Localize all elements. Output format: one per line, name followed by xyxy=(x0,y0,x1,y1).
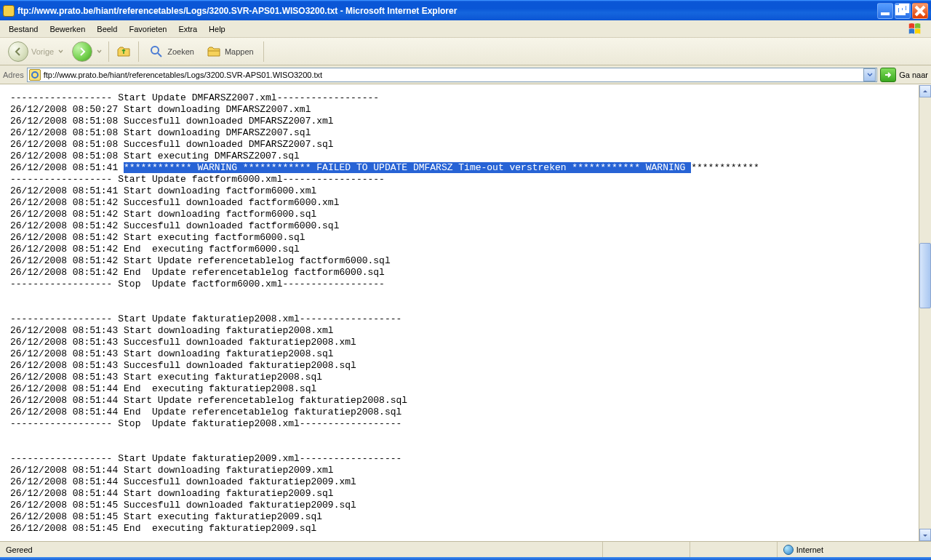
separator xyxy=(263,41,264,62)
folders-button[interactable]: Mappen xyxy=(201,41,259,62)
windows-logo-icon xyxy=(902,21,928,37)
svg-line-6 xyxy=(158,53,161,57)
svg-point-5 xyxy=(151,47,159,54)
titlebar: ftp://www.prato.be/hiant/referencetables… xyxy=(0,0,931,20)
scroll-thumb[interactable] xyxy=(919,243,931,308)
search-label: Zoeken xyxy=(167,47,194,56)
favicon-icon xyxy=(29,69,41,81)
forward-button[interactable] xyxy=(70,39,104,64)
folders-icon xyxy=(206,44,222,60)
back-button[interactable]: Vorige xyxy=(3,39,68,64)
warning-highlight: ************ WARNING ************ FAILED… xyxy=(124,162,691,173)
chevron-down-icon xyxy=(867,72,873,78)
search-button[interactable]: Zoeken xyxy=(143,41,199,62)
taskbar-strip xyxy=(0,557,931,560)
menu-help[interactable]: Help xyxy=(203,23,231,36)
address-url: ftp://www.prato.be/hiant/referencetables… xyxy=(44,71,322,79)
address-label: Adres xyxy=(3,71,24,79)
chevron-down-icon xyxy=(922,532,928,538)
back-icon xyxy=(8,41,28,62)
go-label: Ga naar xyxy=(899,71,928,79)
menu-bestand[interactable]: Bestand xyxy=(3,23,44,36)
address-bar: Adres ftp://www.prato.be/hiant/reference… xyxy=(0,65,931,84)
scroll-down-button[interactable] xyxy=(919,529,931,541)
status-ready: Gereed xyxy=(0,542,603,557)
maximize-button[interactable] xyxy=(895,3,911,19)
maximize-icon xyxy=(895,4,910,18)
chevron-down-icon xyxy=(58,49,63,54)
separator xyxy=(108,41,109,62)
minimize-icon xyxy=(878,4,892,18)
go-button[interactable] xyxy=(880,68,896,82)
window-title: ftp://www.prato.be/hiant/referencetables… xyxy=(17,6,877,16)
page-icon xyxy=(3,5,15,17)
forward-icon xyxy=(72,41,92,62)
statusbar: Gereed Internet xyxy=(0,541,931,557)
menubar: Bestand Bewerken Beeld Favorieten Extra … xyxy=(0,20,931,38)
separator xyxy=(138,41,139,62)
log-text[interactable]: ------------------ Start Update DMFARSZ2… xyxy=(0,85,919,541)
scroll-up-button[interactable] xyxy=(919,85,931,97)
status-pad xyxy=(829,542,931,557)
folders-label: Mappen xyxy=(225,47,254,56)
address-dropdown[interactable] xyxy=(863,68,876,81)
folder-up-button[interactable] xyxy=(113,41,134,62)
status-spacer xyxy=(690,542,778,557)
address-field[interactable]: ftp://www.prato.be/hiant/referencetables… xyxy=(27,68,878,82)
toolbar: Vorige Zoeken Mappen xyxy=(0,38,931,65)
window-buttons xyxy=(877,3,928,19)
search-icon xyxy=(148,44,164,60)
chevron-up-icon xyxy=(922,89,928,95)
menu-beeld[interactable]: Beeld xyxy=(91,23,123,36)
globe-icon xyxy=(783,545,794,555)
vertical-scrollbar[interactable] xyxy=(919,85,931,541)
menu-bewerken[interactable]: Bewerken xyxy=(44,23,91,36)
scroll-track[interactable] xyxy=(919,97,931,529)
folder-up-icon xyxy=(116,44,132,60)
status-zone: Internet xyxy=(778,542,829,557)
menu-extra[interactable]: Extra xyxy=(172,23,203,36)
menu-favorieten[interactable]: Favorieten xyxy=(123,23,172,36)
back-label: Vorige xyxy=(31,47,54,56)
status-spacer xyxy=(603,542,690,557)
go-arrow-icon xyxy=(884,71,892,79)
content-area: ------------------ Start Update DMFARSZ2… xyxy=(0,84,931,541)
close-button[interactable] xyxy=(912,3,928,19)
chevron-down-icon xyxy=(97,49,102,54)
close-icon xyxy=(913,4,927,18)
minimize-button[interactable] xyxy=(877,3,893,19)
